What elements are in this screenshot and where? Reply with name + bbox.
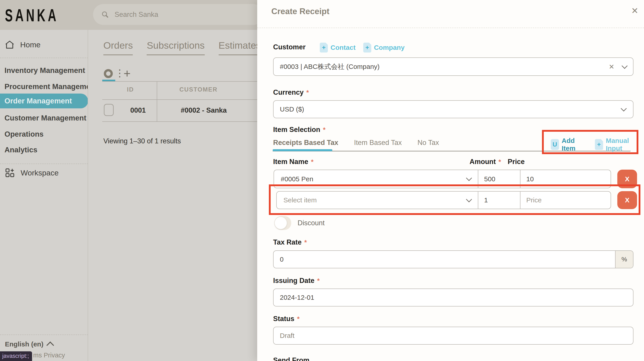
sidebar-item-label: Order Management — [0, 97, 72, 105]
add-company-button[interactable]: + Company — [363, 43, 405, 53]
add-view-button[interactable]: + — [124, 66, 131, 80]
manual-input-label: Manual Input — [606, 137, 644, 152]
currency-select[interactable]: USD ($) — [273, 100, 634, 118]
close-icon[interactable]: ✕ — [631, 6, 638, 16]
price-header: Price — [508, 158, 525, 166]
discount-toggle[interactable] — [274, 216, 291, 230]
add-item-button[interactable]: U Add Item — [551, 137, 588, 152]
issuing-date-input[interactable]: 2024-12-01 — [273, 288, 634, 306]
send-from-label: Send From — [273, 356, 310, 361]
plus-file-icon: + — [363, 43, 371, 53]
add-company-label: Company — [374, 44, 405, 51]
workspace-icon — [5, 168, 15, 177]
customer-select[interactable]: #0003 | ABC株式会社 (Company) ✕ — [273, 58, 634, 76]
item-select-value: #0005 Pen — [281, 175, 313, 183]
issuing-date-label: Issuing Date* — [273, 277, 320, 285]
tab-orders[interactable]: Orders — [103, 40, 133, 55]
issuing-date-value: 2024-12-01 — [280, 294, 314, 301]
modal-header-divider — [257, 28, 644, 28]
create-receipt-modal: Create Receipt ✕ Customer + Contact + Co… — [257, 0, 644, 361]
price-placeholder: Price — [526, 196, 542, 204]
sidebar-divider — [0, 164, 88, 164]
modal-title: Create Receipt — [271, 7, 330, 16]
column-header-customer[interactable]: CUSTOMER — [180, 86, 218, 93]
language-selector[interactable]: English (en) — [5, 340, 53, 348]
sidebar-item-home[interactable]: Home — [0, 40, 88, 49]
sidebar-item-procurement[interactable]: Procurement Management — [0, 82, 88, 91]
chevron-down-icon — [622, 63, 628, 69]
amount-value: 500 — [484, 175, 495, 183]
sidebar-item-label: Workspace — [21, 169, 58, 177]
table-top-border — [102, 81, 257, 82]
tab-receipts-based-tax[interactable]: Receipts Based Tax — [273, 139, 338, 147]
table-header-border — [102, 99, 257, 100]
toggle-knob — [275, 217, 287, 229]
sanka-logo: SANKA — [5, 6, 59, 25]
tab-subscriptions[interactable]: Subscriptions — [147, 40, 204, 55]
amount-input[interactable]: 1 — [478, 192, 520, 209]
chevron-down-icon — [466, 196, 472, 202]
tax-rate-value: 0 — [280, 255, 284, 263]
remove-x-label: X — [625, 175, 630, 183]
footer-links[interactable]: ms Privacy — [33, 351, 65, 359]
chevron-up-icon — [46, 341, 54, 349]
item-row: Select item 1 Price — [276, 191, 611, 209]
remove-x-label: X — [625, 196, 630, 204]
table-column-divider — [157, 81, 157, 122]
results-count: Viewing 1–30 of 1 results — [103, 137, 181, 145]
top-bar: SANKA — [0, 0, 257, 30]
manual-input-button[interactable]: + Manual Input — [595, 137, 644, 152]
item-select-placeholder: Select item — [284, 196, 316, 204]
remove-item-button[interactable]: X — [617, 191, 637, 209]
sidebar-item-customer-management[interactable]: Customer Management — [0, 114, 88, 122]
language-label: English (en) — [5, 340, 44, 348]
search-input[interactable] — [114, 10, 240, 19]
sidebar-item-inventory[interactable]: Inventory Management — [0, 66, 88, 75]
customer-select-value: #0003 | ABC株式会社 (Company) — [280, 62, 380, 71]
search-icon — [101, 11, 109, 19]
tab-item-based-tax[interactable]: Item Based Tax — [354, 139, 402, 147]
status-label: Status* — [273, 315, 300, 323]
clear-icon[interactable]: ✕ — [609, 63, 614, 71]
price-value: 10 — [526, 175, 534, 183]
sidebar-item-order-management[interactable]: Order Management — [0, 94, 88, 108]
tab-no-tax[interactable]: No Tax — [418, 139, 439, 147]
row-checkbox[interactable] — [104, 104, 114, 116]
shopping-bag-icon: U — [551, 139, 559, 150]
cell-order-id[interactable]: 0001 — [130, 106, 146, 114]
add-contact-button[interactable]: + Contact — [320, 43, 356, 53]
app-screen: SANKA Home Inventory Management Procurem… — [0, 0, 644, 361]
amount-header: Amount* — [470, 158, 501, 166]
amount-value: 1 — [484, 196, 488, 204]
column-header-id[interactable]: ID — [127, 86, 134, 93]
item-name-header: Item Name* — [273, 158, 314, 166]
sidebar-footer-divider — [0, 334, 88, 335]
plus-file-icon: + — [595, 139, 603, 150]
sidebar: Home Inventory Management Procurement Ma… — [0, 30, 88, 361]
tax-rate-input[interactable]: 0 % — [273, 250, 634, 268]
item-select[interactable]: Select item — [277, 192, 478, 209]
cell-customer[interactable]: #0002 - Sanka — [181, 106, 227, 114]
tax-rate-label: Tax Rate* — [273, 238, 307, 246]
sidebar-divider — [0, 58, 88, 58]
status-value: Draft — [280, 332, 294, 339]
percent-addon: % — [615, 251, 633, 268]
sidebar-item-analytics[interactable]: Analytics — [0, 146, 88, 154]
more-options-icon[interactable]: ⋮ — [115, 67, 125, 79]
status-select[interactable]: Draft — [273, 327, 634, 345]
chevron-down-icon — [466, 175, 472, 181]
discount-label: Discount — [298, 219, 325, 227]
currency-label: Currency* — [273, 88, 309, 97]
link-status-tooltip: javascript:; — [0, 351, 32, 361]
price-input[interactable]: Price — [520, 192, 610, 209]
sidebar-item-workspace[interactable]: Workspace — [0, 168, 88, 177]
active-tab-underline — [273, 149, 332, 151]
home-icon — [5, 40, 14, 49]
view-circle-icon[interactable] — [104, 69, 113, 78]
item-selection-label: Item Selection* — [273, 126, 325, 134]
sidebar-item-operations[interactable]: Operations — [0, 130, 88, 138]
add-item-label: Add Item — [562, 137, 588, 152]
tab-estimates[interactable]: Estimates — [219, 40, 261, 55]
plus-file-icon: + — [320, 43, 328, 53]
global-search[interactable] — [93, 4, 264, 25]
